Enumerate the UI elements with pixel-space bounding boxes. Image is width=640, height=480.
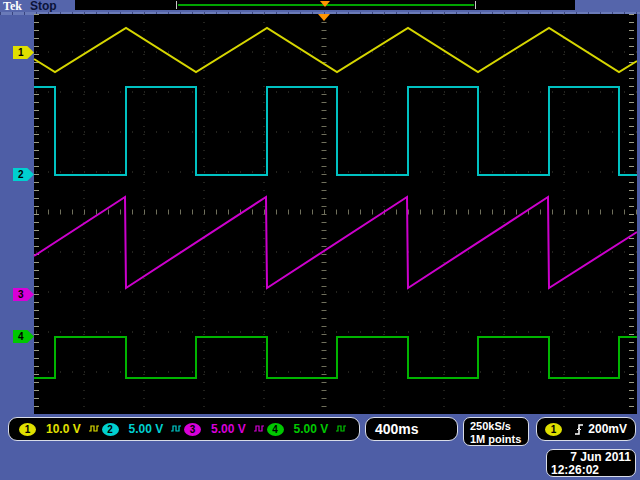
channel1-waveform-icon	[89, 425, 99, 433]
waveform-display-area[interactable]	[34, 14, 637, 414]
record-view-right-bracket	[475, 1, 476, 9]
channel2-scale: 5.00 V	[129, 422, 164, 436]
channel4-ground-marker[interactable]: 4	[13, 330, 34, 343]
channel3-readout[interactable]: 3 5.00 V	[184, 422, 267, 436]
record-length: 1M points	[470, 433, 528, 446]
channel1-badge[interactable]: 1	[19, 423, 36, 436]
channel3-waveform-icon	[254, 425, 264, 433]
channel4-badge[interactable]: 4	[267, 423, 284, 436]
trigger-source-badge[interactable]: 1	[545, 423, 562, 436]
record-view-left-bracket	[176, 1, 177, 9]
channel3-scale: 5.00 V	[211, 422, 246, 436]
channel1-scale: 10.0 V	[46, 422, 81, 436]
datetime-box: 7 Jun 2011 12:26:02	[546, 449, 636, 477]
time-label: 12:26:02	[551, 464, 631, 477]
record-view-strip[interactable]	[75, 0, 575, 10]
header-bar: Tek Stop	[0, 0, 640, 12]
channel2-readout[interactable]: 2 5.00 V	[102, 422, 185, 436]
acquisition-readout[interactable]: 250kS/s 1M points	[463, 417, 529, 446]
channel2-badge[interactable]: 2	[102, 423, 119, 436]
channel4-scale: 5.00 V	[294, 422, 329, 436]
channel3-ground-marker[interactable]: 3	[13, 288, 34, 301]
trigger-position-icon[interactable]	[320, 1, 330, 7]
trigger-level: 200mV	[588, 422, 627, 436]
timebase-readout[interactable]: 400ms	[365, 417, 458, 441]
channel4-readout[interactable]: 4 5.00 V	[267, 422, 350, 436]
trigger-position-marker[interactable]	[318, 14, 330, 21]
channel4-waveform-icon	[336, 425, 346, 433]
channel1-readout[interactable]: 1 10.0 V	[19, 422, 102, 436]
sample-rate: 250kS/s	[470, 420, 528, 433]
channel2-ground-marker[interactable]: 2	[13, 168, 34, 181]
oscilloscope-screen: Tek Stop 1 2 3 4 1 10.0 V 2 5.00 V	[0, 0, 640, 480]
channel3-badge[interactable]: 3	[184, 423, 201, 436]
trigger-readout[interactable]: 1 200mV	[536, 417, 636, 441]
channel-readouts-box[interactable]: 1 10.0 V 2 5.00 V 3 5.00 V 4 5.00 V	[8, 417, 360, 441]
channel2-waveform-icon	[171, 425, 181, 433]
status-bar: 1 10.0 V 2 5.00 V 3 5.00 V 4 5.00 V 400m…	[0, 414, 640, 480]
channel1-ground-marker[interactable]: 1	[13, 46, 34, 59]
trigger-slope-icon	[574, 422, 586, 436]
